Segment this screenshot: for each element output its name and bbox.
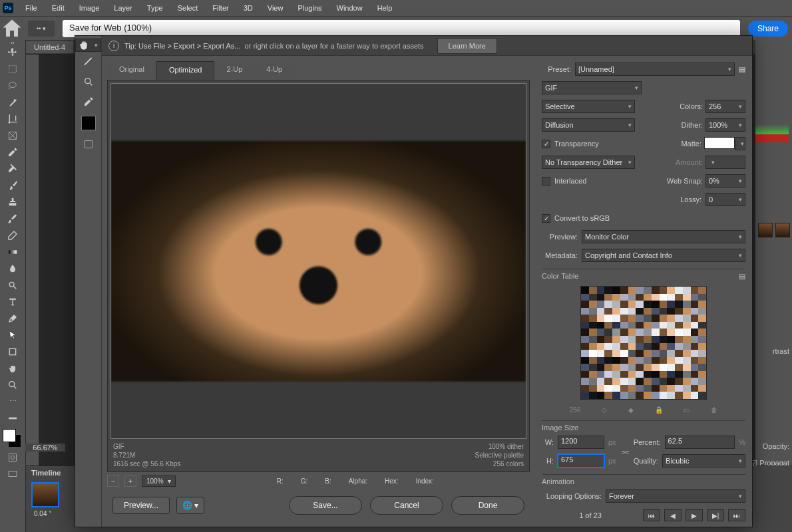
prev-frame-button[interactable]: ◀ — [664, 509, 682, 521]
colors-select[interactable]: 256 — [705, 100, 745, 113]
learn-more-button[interactable]: Learn More — [437, 38, 497, 54]
matte-swatch[interactable] — [704, 137, 735, 149]
search-field[interactable]: Save for Web (100%) — [63, 20, 740, 37]
dialog-eyedropper-tool[interactable] — [75, 92, 101, 112]
color-table[interactable] — [580, 286, 707, 400]
home-button[interactable] — [0, 17, 24, 41]
preset-select[interactable]: [Unnamed] — [575, 63, 735, 76]
amount-select[interactable] — [705, 156, 745, 169]
next-frame-button[interactable]: ▶| — [707, 509, 724, 521]
dither-algo-select[interactable]: Diffusion — [542, 118, 635, 132]
frame-tool[interactable] — [0, 127, 25, 144]
zoom-in-button[interactable]: + — [124, 475, 136, 487]
stamp-tool[interactable] — [0, 194, 25, 210]
marquee-tool[interactable] — [0, 61, 25, 77]
ellipsis-icon[interactable]: ⋯ — [0, 393, 25, 410]
eyedropper-tool[interactable] — [0, 144, 25, 160]
timeline-frame-thumb[interactable] — [31, 482, 59, 507]
menu-edit[interactable]: Edit — [45, 2, 71, 14]
lasso-tool[interactable] — [0, 77, 25, 94]
preview-button[interactable]: Preview... — [112, 497, 170, 514]
transparency-checkbox[interactable]: ✓ — [542, 140, 550, 148]
ct-icon[interactable]: ◆ — [628, 406, 634, 414]
menu-window[interactable]: Window — [330, 2, 369, 14]
quick-mask-icon[interactable] — [0, 449, 25, 466]
menu-type[interactable]: Type — [140, 2, 170, 14]
edit-toolbar-icon[interactable] — [0, 410, 25, 426]
zoom-dropdown[interactable]: 100%▾ — [142, 475, 176, 487]
ct-lock-icon[interactable]: 🔒 — [655, 406, 663, 414]
share-button[interactable]: Share — [748, 21, 788, 37]
menu-select[interactable]: Select — [171, 2, 205, 14]
move-tool[interactable] — [0, 44, 25, 61]
ct-new-icon[interactable]: ▭ — [684, 406, 690, 414]
tab-optimized[interactable]: Optimized — [156, 61, 215, 80]
loop-select[interactable]: Forever — [606, 489, 745, 503]
trans-dither-select[interactable]: No Transparency Dither — [542, 156, 635, 169]
menu-image[interactable]: Image — [73, 2, 106, 14]
pen-tool[interactable] — [0, 310, 25, 327]
type-tool[interactable] — [0, 293, 25, 310]
dialog-hand-tool[interactable] — [75, 39, 101, 52]
preview-select[interactable]: Monitor Color — [582, 230, 745, 243]
dodge-tool[interactable] — [0, 277, 25, 293]
color-reduction-select[interactable]: Selective — [542, 100, 635, 113]
metadata-select[interactable]: Copyright and Contact Info — [582, 249, 745, 262]
save-button[interactable]: Save... — [289, 496, 362, 515]
browser-preview-button[interactable]: 🌐 ▾ — [176, 497, 204, 514]
menu-view[interactable]: View — [261, 2, 290, 14]
lossy-select[interactable]: 0 — [705, 193, 745, 206]
menu-help[interactable]: Help — [371, 2, 399, 14]
menu-file[interactable]: File — [19, 2, 44, 14]
wand-tool[interactable] — [0, 94, 25, 110]
menu-filter[interactable]: Filter — [206, 2, 235, 14]
dialog-zoom-tool[interactable] — [75, 72, 101, 92]
websnap-select[interactable]: 0% — [705, 174, 745, 188]
eraser-tool[interactable] — [0, 227, 25, 243]
interlaced-checkbox[interactable] — [542, 177, 550, 186]
constrain-icon[interactable]: ⫘ — [620, 446, 630, 457]
screen-mode-icon[interactable] — [0, 466, 25, 482]
zoom-tool[interactable] — [0, 376, 25, 393]
preview-image[interactable] — [110, 83, 526, 439]
color-table-title: Color Table — [542, 272, 578, 281]
play-button[interactable]: ▶ — [686, 509, 703, 521]
document-tab[interactable]: Untitled-4 — [26, 41, 73, 53]
ct-icon[interactable]: ◇ — [602, 406, 607, 414]
done-button[interactable]: Done — [451, 496, 524, 515]
blur-tool[interactable] — [0, 260, 25, 277]
srgb-checkbox[interactable]: ✓ — [542, 214, 550, 223]
dither-amount-select[interactable]: 100% — [705, 118, 745, 132]
history-brush-tool[interactable] — [0, 210, 25, 227]
tab-4up[interactable]: 4-Up — [254, 61, 294, 80]
menu-3d[interactable]: 3D — [237, 2, 260, 14]
path-select-tool[interactable] — [0, 327, 25, 343]
brush-tool[interactable] — [0, 177, 25, 194]
cancel-button[interactable]: Cancel — [370, 496, 443, 515]
last-frame-button[interactable]: ⏭ — [728, 509, 745, 521]
color-table-menu-icon[interactable]: ▤ — [739, 272, 745, 281]
first-frame-button[interactable]: ⏮ — [643, 509, 660, 521]
menu-plugins[interactable]: Plugins — [291, 2, 328, 14]
preset-menu-icon[interactable]: ▤ — [739, 65, 745, 74]
format-select[interactable]: GIF — [542, 81, 642, 94]
tab-2up[interactable]: 2-Up — [214, 61, 254, 80]
crop-tool[interactable] — [0, 110, 25, 127]
tab-original[interactable]: Original — [107, 61, 156, 80]
width-input[interactable]: 1200 — [558, 436, 604, 449]
zoom-out-button[interactable]: − — [107, 475, 119, 487]
color-swatches[interactable] — [3, 429, 23, 449]
percent-input[interactable]: 62.5 — [665, 436, 735, 449]
gradient-tool[interactable] — [0, 243, 25, 260]
height-input[interactable]: 675 — [558, 454, 604, 467]
heal-tool[interactable] — [0, 160, 25, 177]
hand-tool[interactable] — [0, 360, 25, 376]
quality-select[interactable]: Bicubic — [662, 454, 745, 467]
dialog-slice-visibility-icon[interactable] — [75, 134, 101, 154]
ct-trash-icon[interactable]: 🗑 — [711, 406, 717, 414]
dialog-slice-tool[interactable] — [75, 52, 101, 72]
menu-layer[interactable]: Layer — [107, 2, 139, 14]
tool-preset-picker[interactable]: •• ▾ — [28, 21, 55, 37]
dialog-eyedropper-color[interactable] — [81, 116, 96, 130]
shape-tool[interactable] — [0, 343, 25, 360]
